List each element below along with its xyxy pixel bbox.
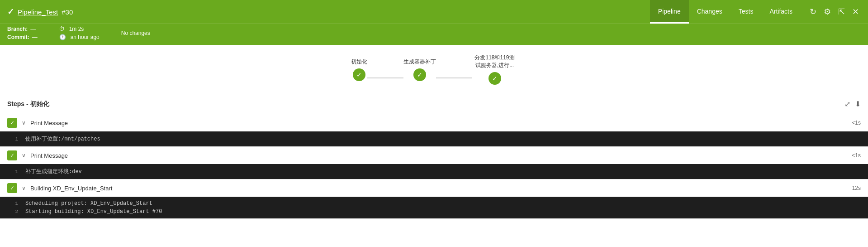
stages-inner: 初始化 ✓ 生成容器补丁 ✓ 分发118和119测试服务器,进行... ✓ — [351, 54, 517, 85]
pipeline-number: #30 — [62, 8, 73, 16]
log-line-2: 2 Starting building: XD_Env_Update_Start… — [0, 208, 868, 216]
branch-value: — — [30, 26, 36, 32]
commit-label: Commit: — [7, 34, 29, 40]
time-ago-value: an hour ago — [71, 34, 100, 40]
step-3-name: Building XD_Env_Update_Start — [30, 185, 848, 192]
stage-2-label: 生成容器补丁 — [403, 58, 436, 66]
log-line-1: 1 Scheduling project: XD_Env_Update_Star… — [0, 199, 868, 208]
meta-bar: Branch: — Commit: — ⏱ 1m 2s 🕐 an hour ag… — [0, 24, 868, 45]
meta-center: ⏱ 1m 2s 🕐 an hour ago — [59, 26, 100, 40]
stage-1-label: 初始化 — [351, 58, 367, 66]
download-log-button[interactable]: ⬇ — [855, 100, 861, 108]
step-2-check: ✓ — [7, 150, 17, 160]
log-text: 补丁生成指定环境:dev — [25, 168, 82, 175]
stages-container: 初始化 ✓ 生成容器补丁 ✓ 分发118和119测试服务器,进行... ✓ — [0, 45, 868, 94]
log-num-2: 2 — [7, 209, 18, 214]
stage-1-circle: ✓ — [353, 68, 365, 81]
steps-title: Steps - 初始化 — [7, 100, 49, 108]
tab-pipeline[interactable]: Pipeline — [650, 0, 689, 24]
duration-value: 1m 2s — [69, 26, 84, 32]
time-ago-item: 🕐 an hour ago — [59, 34, 100, 40]
expand-log-button[interactable]: ⤢ — [844, 100, 850, 108]
stage-1[interactable]: 初始化 ✓ — [351, 58, 367, 81]
step-2-name: Print Message — [30, 152, 847, 159]
log-text: 使用补丁位置:/mnt/patches — [25, 135, 100, 143]
log-num: 1 — [7, 136, 18, 142]
log-line: 1 补丁生成指定环境:dev — [0, 167, 868, 176]
header-nav: Pipeline Changes Tests Artifacts — [650, 0, 801, 24]
log-line: 1 使用补丁位置:/mnt/patches — [0, 134, 868, 144]
tab-changes[interactable]: Changes — [689, 0, 730, 24]
pipeline-title: Pipeline_Test — [18, 8, 58, 16]
time-icon: 🕐 — [59, 34, 66, 40]
close-icon[interactable]: ✕ — [850, 5, 861, 19]
log-text-2: Starting building: XD_Env_Update_Start #… — [25, 208, 162, 215]
commit-item: Commit: — — [7, 34, 38, 40]
step-2-duration: <1s — [852, 152, 861, 159]
log-num-1: 1 — [7, 201, 18, 206]
tab-artifacts[interactable]: Artifacts — [761, 0, 801, 24]
clock-icon: ⏱ — [59, 26, 65, 32]
expand-icon[interactable]: ⇱ — [836, 5, 847, 19]
refresh-icon[interactable]: ↻ — [808, 5, 818, 19]
step-1-log: 1 使用补丁位置:/mnt/patches — [0, 131, 868, 146]
meta-right: No changes — [121, 26, 150, 40]
tab-tests[interactable]: Tests — [730, 0, 762, 24]
commit-value: — — [32, 34, 38, 40]
step-1-check: ✓ — [7, 118, 17, 128]
log-num: 1 — [7, 169, 18, 174]
branch-label: Branch: — [7, 26, 28, 32]
connector-1 — [367, 77, 403, 78]
step-2-log: 1 补丁生成指定环境:dev — [0, 164, 868, 179]
step-1-toggle[interactable]: ∨ — [22, 120, 26, 126]
step-3-log: 1 Scheduling project: XD_Env_Update_Star… — [0, 197, 868, 218]
step-3-check: ✓ — [7, 183, 17, 193]
stage-3-circle: ✓ — [489, 72, 501, 85]
log-text-1: Scheduling project: XD_Env_Update_Start — [25, 200, 152, 207]
changes-value: No changes — [121, 30, 150, 36]
step-row-2: ✓ ∨ Print Message <1s — [0, 146, 868, 164]
step-3-duration: 12s — [852, 185, 861, 191]
meta-left: Branch: — Commit: — — [7, 26, 38, 40]
stage-2-circle: ✓ — [413, 68, 426, 81]
step-1-duration: <1s — [852, 120, 861, 126]
branch-item: Branch: — — [7, 26, 38, 32]
header-left: ✓ Pipeline_Test #30 — [7, 7, 73, 17]
stage-2[interactable]: 生成容器补丁 ✓ — [403, 58, 436, 81]
connector-2 — [436, 77, 472, 78]
step-row-3: ✓ ∨ Building XD_Env_Update_Start 12s — [0, 179, 868, 197]
step-3-toggle[interactable]: ∨ — [22, 185, 26, 191]
steps-header: Steps - 初始化 ⤢ ⬇ — [0, 94, 868, 114]
stage-3-label: 分发118和119测试服务器,进行... — [472, 54, 517, 69]
step-1-name: Print Message — [30, 120, 847, 126]
steps-actions: ⤢ ⬇ — [844, 100, 861, 108]
step-row-1: ✓ ∨ Print Message <1s — [0, 114, 868, 131]
header-icons: ↻ ⚙ ⇱ ✕ — [808, 5, 861, 19]
check-icon: ✓ — [7, 7, 14, 17]
duration-item: ⏱ 1m 2s — [59, 26, 100, 32]
step-2-toggle[interactable]: ∨ — [22, 152, 26, 159]
settings-icon[interactable]: ⚙ — [822, 5, 833, 19]
header-right: Pipeline Changes Tests Artifacts ↻ ⚙ ⇱ ✕ — [650, 0, 861, 24]
stage-3[interactable]: 分发118和119测试服务器,进行... ✓ — [472, 54, 517, 85]
header: ✓ Pipeline_Test #30 Pipeline Changes Tes… — [0, 0, 868, 24]
